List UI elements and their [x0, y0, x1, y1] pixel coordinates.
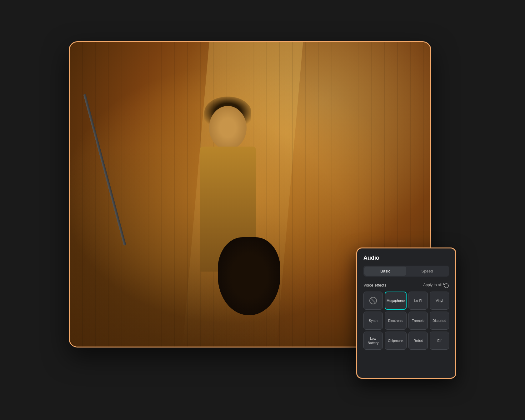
effect-synth[interactable]: Synth — [363, 312, 383, 330]
scene-wrapper: Audio Basic Speed Voice effects Apply to… — [69, 41, 456, 379]
musician-figure — [178, 81, 278, 347]
tab-basic[interactable]: Basic — [364, 267, 406, 276]
effect-chipmunk[interactable]: Chipmunk — [385, 332, 407, 350]
effect-distorted[interactable]: Distorted — [430, 312, 449, 330]
tab-bar: Basic Speed — [363, 266, 449, 277]
effect-none[interactable] — [363, 292, 383, 310]
effects-grid: Megaphone Lo-Fi Vinyl Synth Electronic T… — [363, 292, 449, 350]
reset-icon[interactable] — [443, 282, 449, 288]
voice-effects-header: Voice effects Apply to all — [363, 282, 449, 288]
effect-elf[interactable]: Elf — [430, 332, 449, 350]
effect-lofi[interactable]: Lo-Fi — [408, 292, 428, 310]
effect-electronic[interactable]: Electronic — [385, 312, 407, 330]
effect-tremble[interactable]: Tremble — [408, 312, 428, 330]
musician-head — [209, 106, 247, 150]
apply-all-label[interactable]: Apply to all — [423, 283, 442, 287]
guitar — [218, 237, 280, 315]
voice-effects-label: Voice effects — [363, 283, 386, 288]
apply-all-row: Apply to all — [423, 282, 449, 288]
audio-panel: Audio Basic Speed Voice effects Apply to… — [356, 248, 456, 379]
panel-title: Audio — [363, 255, 449, 261]
effect-robot[interactable]: Robot — [408, 332, 428, 350]
effect-low-battery[interactable]: Low Battery — [363, 332, 383, 350]
tab-speed[interactable]: Speed — [406, 267, 448, 276]
no-effect-icon — [369, 297, 377, 304]
effect-megaphone[interactable]: Megaphone — [385, 292, 407, 310]
effect-vinyl[interactable]: Vinyl — [430, 292, 449, 310]
